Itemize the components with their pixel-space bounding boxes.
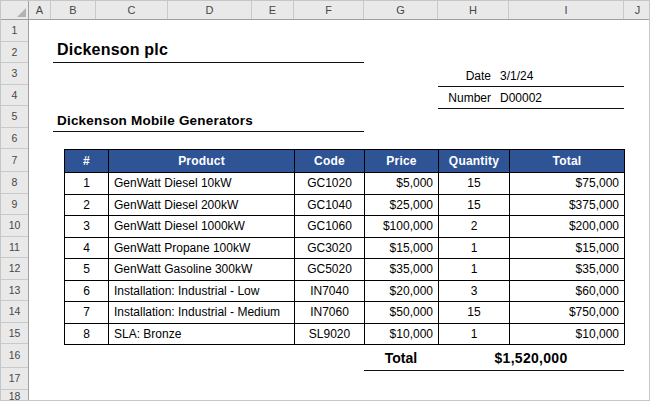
- cell-quantity[interactable]: 1: [439, 259, 510, 281]
- row-header-7[interactable]: 7: [1, 149, 28, 172]
- column-header-B[interactable]: B: [51, 1, 96, 19]
- cell-row-number[interactable]: 5: [65, 259, 109, 281]
- cell-product[interactable]: Installation: Industrial - Medium: [109, 302, 295, 324]
- table-header-total[interactable]: Total: [510, 150, 625, 173]
- cell-product[interactable]: GenWatt Gasoline 300kW: [109, 259, 295, 281]
- row-header-6[interactable]: 6: [1, 128, 28, 150]
- cell-code[interactable]: GC3020: [295, 237, 365, 259]
- cell-price[interactable]: $15,000: [365, 237, 439, 259]
- cell-price[interactable]: $50,000: [365, 302, 439, 324]
- cell-code[interactable]: IN7060: [295, 302, 365, 324]
- cell-price[interactable]: $10,000: [365, 323, 439, 345]
- invoice-table-row: 5GenWatt Gasoline 300kWGC5020$35,0001$35…: [65, 259, 625, 281]
- date-value[interactable]: 3/1/24: [500, 69, 533, 83]
- row-header-1[interactable]: 1: [1, 20, 28, 42]
- cell-row-number[interactable]: 8: [65, 323, 109, 345]
- cell-row-number[interactable]: 3: [65, 216, 109, 238]
- cell-price[interactable]: $25,000: [365, 194, 439, 216]
- company-title-cell[interactable]: Dickenson plc: [53, 39, 364, 63]
- cell-row-number[interactable]: 4: [65, 237, 109, 259]
- cell-price[interactable]: $20,000: [365, 280, 439, 302]
- cell-quantity[interactable]: 15: [439, 194, 510, 216]
- select-all-button[interactable]: [1, 1, 29, 19]
- row-header-10[interactable]: 10: [1, 215, 28, 237]
- column-header-C[interactable]: C: [96, 1, 168, 19]
- invoice-table-row: 2GenWatt Diesel 200kWGC1040$25,00015$375…: [65, 194, 625, 216]
- grand-total-row: Total $1,520,000: [364, 346, 624, 371]
- row-header-column: 123456789101112131415161718: [1, 20, 29, 401]
- row-header-15[interactable]: 15: [1, 323, 28, 345]
- column-header-F[interactable]: F: [294, 1, 364, 19]
- cell-product[interactable]: GenWatt Propane 100kW: [109, 237, 295, 259]
- cell-product[interactable]: GenWatt Diesel 1000kW: [109, 216, 295, 238]
- cell-row-number[interactable]: 6: [65, 280, 109, 302]
- row-header-8[interactable]: 8: [1, 172, 28, 194]
- row-header-12[interactable]: 12: [1, 258, 28, 280]
- row-header-2[interactable]: 2: [1, 42, 28, 64]
- number-label[interactable]: Number: [438, 91, 491, 105]
- column-header-H[interactable]: H: [438, 1, 509, 19]
- cell-total[interactable]: $200,000: [510, 216, 625, 238]
- cell-product[interactable]: Installation: Industrial - Low: [109, 280, 295, 302]
- table-header-product[interactable]: Product: [109, 150, 295, 173]
- cell-total[interactable]: $10,000: [510, 323, 625, 345]
- cell-code[interactable]: GC1020: [295, 173, 365, 195]
- grand-total-label[interactable]: Total: [364, 350, 438, 366]
- column-header-E[interactable]: E: [252, 1, 294, 19]
- row-header-17[interactable]: 17: [1, 368, 28, 390]
- list-title-cell[interactable]: Dickenson Mobile Generators: [53, 109, 364, 132]
- cell-product[interactable]: GenWatt Diesel 10kW: [109, 173, 295, 195]
- column-header-G[interactable]: G: [364, 1, 438, 19]
- spreadsheet-window: ABCDEFGHIJ 123456789101112131415161718 D…: [0, 0, 650, 401]
- company-title: Dickenson plc: [57, 41, 168, 59]
- row-header-16[interactable]: 16: [1, 344, 28, 368]
- column-header-A[interactable]: A: [29, 1, 51, 19]
- row-header-13[interactable]: 13: [1, 280, 28, 302]
- table-header-price[interactable]: Price: [365, 150, 439, 173]
- cell-row-number[interactable]: 1: [65, 173, 109, 195]
- cell-row-number[interactable]: 2: [65, 194, 109, 216]
- meta-date-row: Date 3/1/24: [438, 65, 624, 87]
- row-header-3[interactable]: 3: [1, 63, 28, 85]
- number-value[interactable]: D00002: [500, 91, 542, 105]
- cell-total[interactable]: $75,000: [510, 173, 625, 195]
- table-header-quantity[interactable]: Quantity: [439, 150, 510, 173]
- cell-total[interactable]: $60,000: [510, 280, 625, 302]
- cell-quantity[interactable]: 1: [439, 323, 510, 345]
- cell-code[interactable]: SL9020: [295, 323, 365, 345]
- cell-price[interactable]: $100,000: [365, 216, 439, 238]
- cell-code[interactable]: GC1060: [295, 216, 365, 238]
- table-header-code[interactable]: Code: [295, 150, 365, 173]
- cell-total[interactable]: $375,000: [510, 194, 625, 216]
- column-header-J[interactable]: J: [624, 1, 650, 19]
- date-label[interactable]: Date: [438, 69, 491, 83]
- row-header-18[interactable]: 18: [1, 390, 28, 401]
- cell-total[interactable]: $15,000: [510, 237, 625, 259]
- row-header-9[interactable]: 9: [1, 194, 28, 216]
- row-header-5[interactable]: 5: [1, 106, 28, 128]
- cell-quantity[interactable]: 1: [439, 237, 510, 259]
- cell-code[interactable]: IN7040: [295, 280, 365, 302]
- column-header-D[interactable]: D: [168, 1, 252, 19]
- cell-price[interactable]: $5,000: [365, 173, 439, 195]
- cell-quantity[interactable]: 3: [439, 280, 510, 302]
- row-header-11[interactable]: 11: [1, 237, 28, 259]
- cell-total[interactable]: $35,000: [510, 259, 625, 281]
- column-header-I[interactable]: I: [509, 1, 624, 19]
- row-header-14[interactable]: 14: [1, 301, 28, 323]
- row-header-4[interactable]: 4: [1, 85, 28, 107]
- table-header-num[interactable]: #: [65, 150, 109, 173]
- column-header-row: ABCDEFGHIJ: [1, 1, 649, 20]
- cell-price[interactable]: $35,000: [365, 259, 439, 281]
- list-title: Dickenson Mobile Generators: [57, 113, 253, 128]
- cell-total[interactable]: $750,000: [510, 302, 625, 324]
- grand-total-value[interactable]: $1,520,000: [438, 350, 624, 366]
- cell-product[interactable]: SLA: Bronze: [109, 323, 295, 345]
- cell-quantity[interactable]: 15: [439, 173, 510, 195]
- cell-product[interactable]: GenWatt Diesel 200kW: [109, 194, 295, 216]
- cell-code[interactable]: GC5020: [295, 259, 365, 281]
- cell-quantity[interactable]: 2: [439, 216, 510, 238]
- cell-row-number[interactable]: 7: [65, 302, 109, 324]
- cell-code[interactable]: GC1040: [295, 194, 365, 216]
- cell-quantity[interactable]: 15: [439, 302, 510, 324]
